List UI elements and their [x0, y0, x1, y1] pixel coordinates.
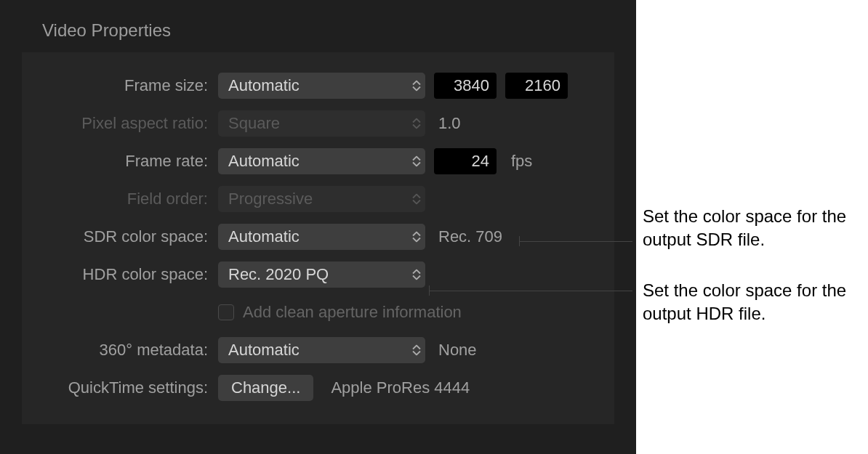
frame-size-popup[interactable]: Automatic: [218, 73, 425, 99]
hdr-color-space-popup-value: Rec. 2020 PQ: [228, 265, 329, 284]
field-order-row: Field order: Progressive: [22, 180, 594, 218]
updown-icon: [412, 269, 421, 280]
pixel-aspect-value: 1.0: [438, 114, 461, 133]
updown-icon: [412, 345, 421, 356]
metadata-360-value: None: [438, 341, 477, 360]
metadata-360-popup-value: Automatic: [228, 341, 300, 360]
updown-icon: [412, 81, 421, 92]
hdr-color-space-row: HDR color space: Rec. 2020 PQ: [22, 256, 594, 293]
frame-rate-row: Frame rate: Automatic fps: [22, 142, 594, 180]
clean-aperture-label: Add clean aperture information: [243, 303, 462, 322]
metadata-360-label: 360° metadata:: [22, 341, 218, 360]
callout-line: [519, 241, 632, 242]
hdr-color-space-label: HDR color space:: [22, 265, 218, 284]
quicktime-change-button[interactable]: Change...: [218, 375, 313, 401]
frame-width-field[interactable]: [434, 73, 497, 99]
section-body: Frame size: Automatic Pixel aspect ratio…: [22, 52, 614, 424]
updown-icon: [412, 194, 421, 205]
pixel-aspect-row: Pixel aspect ratio: Square 1.0: [22, 105, 594, 142]
quicktime-codec-text: Apple ProRes 4444: [331, 378, 470, 397]
field-order-label: Field order:: [22, 190, 218, 208]
callout-line: [429, 291, 632, 291]
updown-icon: [412, 156, 421, 167]
pixel-aspect-label: Pixel aspect ratio:: [22, 114, 218, 133]
updown-icon: [412, 232, 421, 243]
frame-rate-unit: fps: [511, 152, 532, 171]
updown-icon: [412, 118, 421, 129]
section-title: Video Properties: [0, 0, 636, 52]
frame-size-label: Frame size:: [22, 76, 218, 95]
sdr-color-space-popup-value: Automatic: [228, 227, 300, 246]
sdr-color-space-label: SDR color space:: [22, 227, 218, 246]
frame-rate-label: Frame rate:: [22, 152, 218, 171]
callout-sdr: Set the color space for the output SDR f…: [643, 205, 861, 252]
frame-height-field[interactable]: [505, 73, 568, 99]
hdr-color-space-popup[interactable]: Rec. 2020 PQ: [218, 262, 425, 288]
sdr-color-space-row: SDR color space: Automatic Rec. 709: [22, 218, 594, 256]
quicktime-settings-row: QuickTime settings: Change... Apple ProR…: [22, 369, 594, 407]
field-order-popup: Progressive: [218, 186, 425, 212]
field-order-popup-value: Progressive: [228, 190, 313, 208]
frame-rate-popup[interactable]: Automatic: [218, 148, 425, 174]
callout-hdr: Set the color space for the output HDR f…: [643, 279, 861, 326]
metadata-360-row: 360° metadata: Automatic None: [22, 331, 594, 369]
frame-size-row: Frame size: Automatic: [22, 67, 594, 105]
quicktime-settings-label: QuickTime settings:: [22, 378, 218, 397]
clean-aperture-checkbox[interactable]: [218, 304, 234, 320]
sdr-color-space-popup[interactable]: Automatic: [218, 224, 425, 250]
frame-rate-field[interactable]: [434, 148, 497, 174]
frame-size-popup-value: Automatic: [228, 76, 300, 95]
pixel-aspect-popup-value: Square: [228, 114, 280, 133]
sdr-color-space-value: Rec. 709: [438, 227, 502, 246]
video-properties-panel: Video Properties Frame size: Automatic P…: [0, 0, 636, 454]
pixel-aspect-popup: Square: [218, 110, 425, 137]
frame-rate-popup-value: Automatic: [228, 152, 300, 171]
clean-aperture-row: Add clean aperture information: [22, 293, 594, 331]
metadata-360-popup[interactable]: Automatic: [218, 337, 425, 363]
